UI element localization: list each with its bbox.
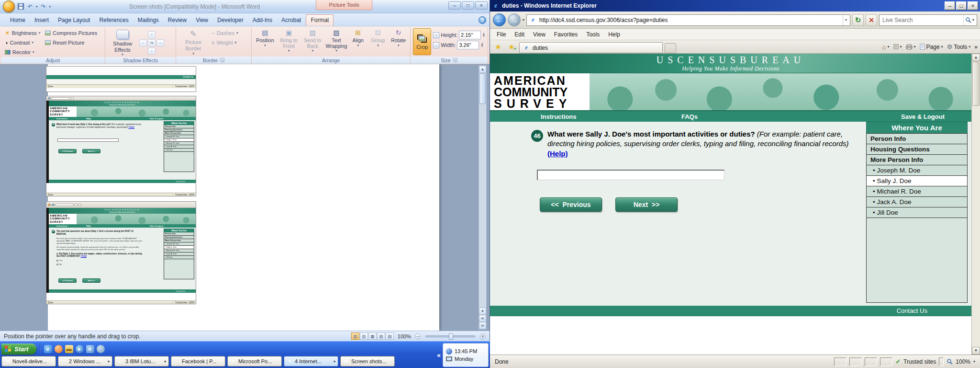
scroll-thumb[interactable] <box>972 62 980 106</box>
word-document-area[interactable]: Contact Us Done ✓Trusted sites100% USCEN… <box>0 64 490 331</box>
full-screen-view-button[interactable]: ▥ <box>360 333 368 340</box>
taskbar-window-button[interactable]: N Novell-delive... ▾ <box>1 356 56 367</box>
ribbon-tab[interactable]: Format <box>306 14 334 26</box>
web-layout-view-button[interactable]: ▦ <box>368 333 377 340</box>
taskbar-window-button[interactable]: Facebook | P... ▾ <box>171 356 225 367</box>
internet-explorer-icon[interactable]: e <box>44 345 52 353</box>
url-field[interactable]: e http://idc4.ssd.census.gov:3006/acsx?p… <box>526 14 850 26</box>
menu-item[interactable]: Edit <box>511 30 528 39</box>
zoom-dropdown-icon[interactable]: ▾ <box>973 359 975 364</box>
taskbar-window-button[interactable]: L 3 IBM Lotu... ▾ <box>114 356 169 367</box>
shadow-effects-button[interactable]: Shadow Effects▾ <box>108 28 137 57</box>
add-favorite-icon[interactable]: ★+ <box>506 42 517 52</box>
embedded-screenshot-3[interactable]: USCENSUSBUREAUHelping You Make Informed … <box>46 201 196 304</box>
compress-pictures-button[interactable]: Compress Pictures <box>44 28 99 38</box>
ribbon-tab[interactable]: Insert <box>30 15 53 26</box>
help-link[interactable]: (Help) <box>547 150 568 158</box>
shadow-toggle-button[interactable]: % <box>148 39 156 46</box>
recolor-button[interactable]: Recolor▾ <box>3 47 42 57</box>
help-icon[interactable]: ? <box>479 16 486 24</box>
new-tab-button[interactable] <box>665 43 676 53</box>
restore-button[interactable]: □ <box>956 1 967 10</box>
ribbon-tab[interactable]: Developer <box>213 15 248 26</box>
office-button[interactable] <box>3 0 15 12</box>
brightness-button[interactable]: ☀Brightness▾ <box>3 28 42 38</box>
embedded-screenshot-1[interactable]: Contact Us Done ✓Trusted sites100% <box>46 66 196 92</box>
ie-vertical-scrollbar[interactable]: ▲ ▼ <box>971 54 980 355</box>
zoom-level[interactable]: 100% <box>398 334 411 339</box>
zoom-in-button[interactable]: + <box>480 334 486 339</box>
qat-customize-icon[interactable]: ▾ <box>49 5 51 9</box>
menu-item[interactable]: Help <box>604 30 624 39</box>
minimize-button[interactable]: – <box>945 1 955 10</box>
ribbon-tab[interactable]: Review <box>164 15 191 26</box>
stop-button[interactable]: ✕ <box>866 14 877 26</box>
scroll-up-icon[interactable]: ▲ <box>972 54 980 61</box>
network-tray-icon[interactable] <box>446 348 452 355</box>
border-dialog-launcher-icon[interactable]: ↘ <box>220 58 224 62</box>
nudge-shadow-left-button[interactable]: ← <box>139 39 147 46</box>
tray-expand-icon[interactable]: « <box>437 351 441 359</box>
redo-icon[interactable]: ↷ <box>40 3 47 11</box>
nav-instructions[interactable]: Instructions <box>541 113 576 120</box>
page-zoom-level[interactable]: 100% <box>956 358 970 365</box>
zoom-slider[interactable] <box>425 335 475 337</box>
search-button[interactable]: ▾ <box>963 15 976 25</box>
contrast-button[interactable]: ◑Contrast▾ <box>3 38 42 47</box>
tray-clock-panel[interactable]: 13:45 PM Monday <box>443 343 489 367</box>
scroll-down-icon[interactable]: ▼ <box>479 308 486 315</box>
menu-item[interactable]: Tools <box>582 30 603 39</box>
picture-border-button[interactable]: ✎ Picture Border▾ <box>178 28 208 56</box>
next-button[interactable]: Next >> <box>615 197 678 212</box>
favorites-center-icon[interactable]: ★ <box>492 42 504 52</box>
nudge-shadow-up-button[interactable]: ↑ <box>148 31 156 38</box>
media-player-icon[interactable]: ▸ <box>76 345 84 353</box>
ribbon-tab[interactable]: References <box>95 15 133 26</box>
restore-button[interactable]: □ <box>462 1 474 10</box>
nudge-shadow-down-button[interactable]: ↓ <box>148 47 156 55</box>
menu-item[interactable]: View <box>529 30 549 39</box>
ribbon-tab[interactable]: Home <box>6 15 30 26</box>
forward-button[interactable]: → <box>508 13 521 26</box>
nav-save-logout[interactable]: Save & Logout <box>901 113 945 120</box>
next-page-icon[interactable]: ≫ <box>479 322 486 329</box>
nudge-shadow-right-button[interactable]: → <box>156 39 164 46</box>
tools-button[interactable]: ⚙Tools▾ <box>947 43 971 50</box>
crop-button[interactable]: Crop <box>413 28 431 55</box>
history-dropdown-icon[interactable]: ▾ <box>523 18 524 22</box>
back-button[interactable]: ← <box>493 13 506 26</box>
reset-picture-button[interactable]: Reset Picture <box>44 38 99 47</box>
page-button[interactable]: Page▾ <box>920 44 943 50</box>
print-layout-view-button[interactable]: ▤ <box>351 333 359 340</box>
minimize-button[interactable]: – <box>448 1 461 10</box>
sidebar-item[interactable]: • Joseph M. Doe <box>866 165 968 176</box>
ribbon-tab[interactable]: Acrobat <box>277 15 305 26</box>
home-button[interactable]: ⌂▾ <box>882 43 889 51</box>
previous-page-icon[interactable]: ≪ <box>479 315 486 322</box>
taskbar-window-button[interactable]: e 4 Internet... ▾ <box>284 356 338 367</box>
weight-button[interactable]: ≡Weight▾ <box>210 38 239 47</box>
url-dropdown-icon[interactable]: ▾ <box>843 15 849 25</box>
send-to-back-button[interactable]: ▧Send to Back▾ <box>301 28 323 53</box>
ribbon-tab[interactable]: Mailings <box>134 15 163 26</box>
sidebar-item[interactable]: Person Info <box>866 133 968 144</box>
sidebar-item[interactable]: More Person Info <box>866 154 968 165</box>
search-options-icon[interactable]: ▾ <box>972 18 974 22</box>
chevron-more-icon[interactable]: » <box>974 44 978 50</box>
save-icon[interactable] <box>17 3 24 11</box>
messenger-icon[interactable]: ▬ <box>65 345 73 353</box>
sidebar-item[interactable]: • Jill Doe <box>866 207 968 218</box>
rotate-button[interactable]: ↻Rotate▾ <box>389 28 408 47</box>
width-input[interactable]: 3.26" <box>457 41 479 49</box>
duties-answer-input[interactable] <box>537 170 724 180</box>
size-dialog-launcher-icon[interactable]: ↘ <box>453 58 457 62</box>
zoom-slider-thumb[interactable] <box>449 334 453 340</box>
start-button[interactable]: Start <box>1 344 36 355</box>
group-button[interactable]: ⊡Group▾ <box>369 28 388 47</box>
previous-button[interactable]: << Previous <box>540 197 602 212</box>
taskbar-window-button[interactable]: W Screen shots... ▾ <box>340 356 395 367</box>
dashes-button[interactable]: ┄Dashes▾ <box>210 28 239 38</box>
ribbon-tab[interactable]: View <box>191 15 212 26</box>
undo-icon[interactable]: ↶ <box>26 3 34 11</box>
sidebar-item[interactable]: • Jack A. Doe <box>866 196 968 207</box>
